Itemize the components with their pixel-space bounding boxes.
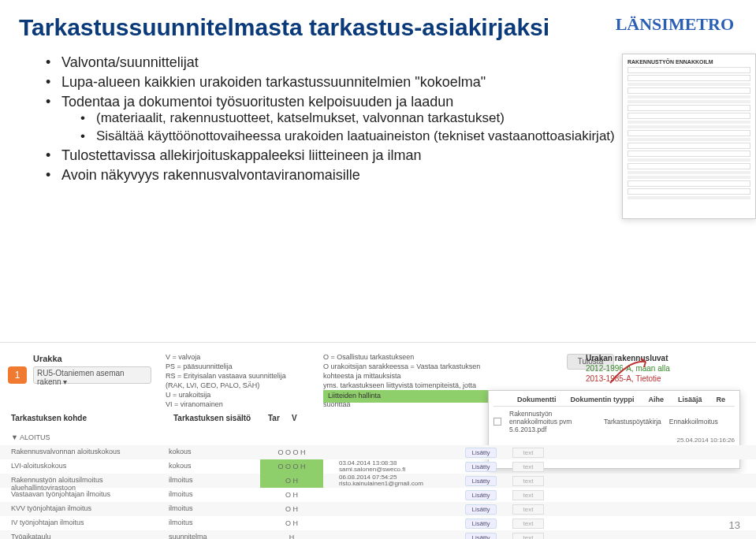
legend-column-roles: V = valvoja PS = pääsuunnittelija RS = E… [166, 352, 307, 409]
table-row[interactable]: Vastaavan työnjohtajan ilmoitusilmoitusO… [0, 488, 756, 502]
table-row[interactable]: IV työnjohtajan ilmoitusilmoitusO HLisät… [0, 516, 756, 530]
slide-title: Tarkastussuunnitelmasta tarkastus-asiaki… [19, 14, 587, 42]
attachment-row[interactable]: Rakennustyön ennakkoilmoitus pvm 5.6.201… [493, 410, 735, 433]
table-row[interactable]: ▼ ALOITUS [0, 431, 756, 445]
urakka-label: Urakka [33, 354, 62, 363]
table-body: ▼ ALOITUSRakennusvalvonnan aloituskokous… [0, 431, 756, 539]
page-number: 13 [729, 519, 740, 531]
table-row[interactable]: Rakennustyön aloitusilmoitus aluehallint… [0, 474, 756, 488]
app-screenshot: 1 Urakka RU5-Otaniemen aseman rakenn ▾ V… [0, 342, 756, 539]
table-row[interactable]: KVV työnjohtajan ilmoitusilmoitusO HLisä… [0, 502, 756, 516]
table-row[interactable]: Rakennusvalvonnan aloituskokouskokousO O… [0, 445, 756, 459]
embedded-document-thumbnail: RAKENNUSTYÖN ENNAKKOILM [622, 54, 756, 219]
urakka-select[interactable]: RU5-Otaniemen aseman rakenn ▾ [33, 366, 151, 384]
table-row[interactable]: LVI-aloituskokouskokousO O O H03.04.2014… [0, 459, 756, 474]
table-row[interactable]: TyöaikataulusuunnitelmaHLisättytext [0, 530, 756, 539]
brand-logo: LÄNSIMETRO [616, 14, 734, 35]
checkbox-icon[interactable] [493, 418, 501, 426]
step-badge: 1 [8, 366, 27, 384]
arrow-icon [606, 355, 654, 387]
